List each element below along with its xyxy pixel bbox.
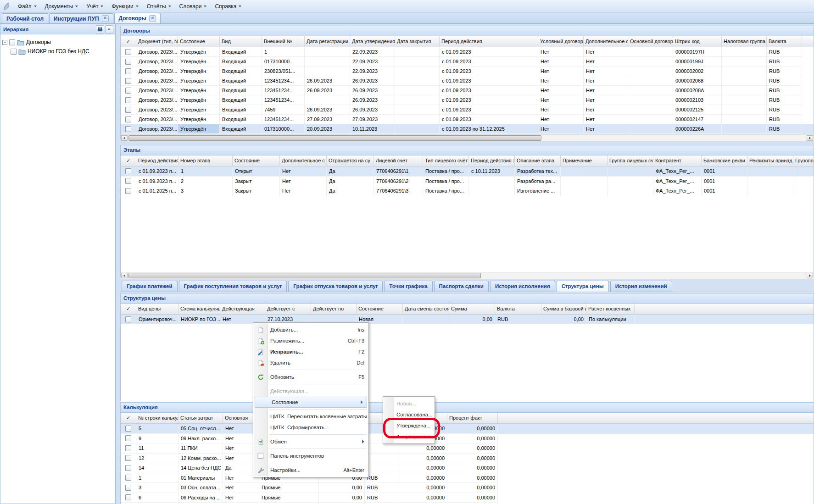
row-checkbox[interactable] [125, 178, 131, 184]
menu-item[interactable]: Состояние [255, 397, 367, 408]
column-header[interactable]: Расчёт косвенных [586, 304, 635, 314]
row-checkbox[interactable] [125, 168, 131, 174]
scroll-left-button[interactable] [121, 135, 128, 141]
scroll-right-button[interactable] [807, 135, 813, 141]
table-row[interactable]: Договор, 2023/...УтверждёнВходящий123451… [121, 95, 814, 105]
menu-item[interactable]: Настройки...Alt+Enter [254, 465, 368, 476]
row-checkbox[interactable] [125, 426, 131, 432]
detail-tab[interactable]: Паспорта сделки [434, 281, 489, 292]
menu-item[interactable]: УдалитьDel [254, 357, 368, 368]
scrollbar-thumb[interactable] [128, 273, 481, 278]
column-header[interactable]: Период действия.. [136, 155, 178, 166]
row-checkbox[interactable] [125, 88, 131, 94]
menubar-item[interactable]: Словари [175, 2, 211, 11]
menubar-item[interactable]: Функции [107, 2, 142, 11]
column-header[interactable]: Номер этапа [178, 155, 233, 166]
column-header[interactable]: № строки калькул [136, 413, 178, 423]
menubar-item[interactable]: Документы [41, 2, 83, 11]
table-row[interactable]: Договор, 2023/...УтверждёнВходящий017310… [121, 124, 814, 134]
tree-node-checkbox[interactable] [11, 49, 17, 55]
table-row[interactable]: 1414 Цена без НДСДа0,000000,00000 [121, 463, 814, 473]
menu-item[interactable]: Панель инструментов [254, 450, 368, 461]
menu-item[interactable]: Исправить...F2 [254, 346, 368, 357]
menubar-item[interactable]: Учёт [82, 2, 107, 11]
table-row[interactable]: с 01.09.2023 п...2ЗакрытНетДа7706406291\… [121, 177, 814, 187]
table-row[interactable]: 101 МатериалыНетПрямые0,00RUB0,000000,00… [121, 473, 814, 483]
column-header[interactable]: Группа лицевых сч [608, 155, 653, 166]
column-header[interactable]: Дополнительное с [584, 36, 628, 47]
table-row[interactable]: Договор, 2023/...УтверждёнВходящий122.09… [121, 47, 814, 57]
row-checkbox[interactable] [125, 97, 131, 103]
panel-splitter[interactable] [116, 24, 120, 504]
menu-item[interactable]: ЦИТК. Сформировать... [254, 422, 368, 433]
column-header[interactable]: Период действия з [469, 155, 515, 166]
table-row[interactable]: Договор, 2023/...УтверждёнВходящий745926… [121, 105, 814, 115]
row-checkbox[interactable] [125, 116, 131, 122]
collapse-panel-button[interactable]: « [105, 25, 113, 33]
table-row[interactable]: Ориентировоч...НИОКР по ГОЗ ...Нет27.10.… [121, 315, 814, 324]
main-tab[interactable]: Рабочий стол [2, 13, 48, 23]
column-header[interactable]: Лицевой счёт [374, 155, 423, 166]
column-header[interactable]: Примечание [561, 155, 608, 166]
scroll-right-button[interactable] [807, 273, 813, 278]
detail-tab[interactable]: Точки графика [384, 281, 432, 292]
table-row[interactable]: Договор, 2023/...УтверждёнВходящий123451… [121, 86, 814, 95]
column-header[interactable]: Условный договор [538, 36, 584, 47]
select-all-column-header[interactable]: ✓ [121, 304, 136, 314]
column-header[interactable]: Контрагент [653, 155, 702, 166]
column-header[interactable]: Сумма в базовой в [541, 304, 586, 314]
table-row[interactable]: 303 Осн. оплата...НетПрямые0,00RUB0,0000… [121, 483, 814, 493]
column-header[interactable]: Состояние [233, 155, 280, 166]
column-header[interactable]: Вид цены [136, 304, 178, 314]
row-checkbox[interactable] [125, 485, 131, 491]
column-header[interactable]: Банковские рекви [702, 155, 747, 166]
column-header[interactable]: Действует с [265, 304, 311, 314]
column-header[interactable]: Процент факт [447, 413, 498, 423]
column-header[interactable]: Грузополучатель [793, 155, 814, 166]
column-header[interactable]: Внешний № [262, 36, 305, 47]
column-header[interactable]: Дата утверждения [350, 36, 395, 47]
column-header[interactable]: Дата закрытия [395, 36, 440, 47]
detail-tab[interactable]: История изменений [610, 281, 672, 292]
scroll-left-button[interactable] [121, 273, 128, 278]
column-header[interactable]: Дата регистрации. [305, 36, 350, 47]
row-checkbox[interactable] [125, 59, 131, 65]
column-header[interactable]: Действующая [220, 304, 265, 314]
column-header[interactable]: Действует по [311, 304, 357, 314]
table-row[interactable]: 505 Соц. отчисл...Нет0,000000,00000 [121, 424, 814, 434]
menu-item[interactable]: Действующая... [254, 386, 368, 397]
menubar-item[interactable]: Файл [14, 2, 41, 11]
table-row[interactable]: с 01.09.2023 п...1ОткрытНетДа7706406291\… [121, 166, 814, 177]
menu-item[interactable]: Добавить...Ins [254, 324, 368, 335]
table-row[interactable]: с 01.01.2025 п...3ЗакрытНетДа7706406291\… [121, 186, 814, 196]
main-tab[interactable]: Договоры✕ [114, 13, 161, 23]
column-header[interactable]: Дата смены состоя [403, 304, 449, 314]
menubar-item[interactable]: Отчёты [143, 2, 175, 11]
stages-hscrollbar[interactable] [121, 272, 814, 279]
column-header[interactable]: Состояние [178, 36, 220, 47]
table-row[interactable]: Договор, 2023/...УтверждёнВходящий123451… [121, 115, 814, 124]
table-row[interactable]: 606 Расходы на ...НетПрямые0,00RUB0,0000… [121, 493, 814, 503]
detail-tab[interactable]: Структура цены [557, 281, 609, 292]
table-row[interactable]: Договор, 2023/...УтверждёнВходящий230823… [121, 66, 814, 76]
tab-close-icon[interactable]: ✕ [149, 15, 156, 22]
detail-tab[interactable]: История исполнения [490, 281, 555, 292]
menu-item[interactable]: ОбновитьF5 [254, 371, 368, 382]
table-row[interactable]: 1111 ПКИНет0,000000,00000 [121, 443, 814, 454]
row-checkbox[interactable] [125, 78, 131, 84]
select-all-column-header[interactable]: ✓ [121, 155, 136, 166]
row-checkbox[interactable] [125, 475, 131, 481]
column-header[interactable]: Вид [220, 36, 262, 47]
row-checkbox[interactable] [125, 126, 131, 132]
column-header[interactable]: Штрих-код [673, 36, 722, 47]
menu-item[interactable]: ЦИТК. Пересчитать косвенные затраты... [254, 411, 368, 422]
select-all-column-header[interactable]: ✓ [121, 36, 136, 47]
tree-expander-icon[interactable]: − [2, 40, 7, 45]
tree-node[interactable]: −Договоры [2, 38, 113, 47]
column-header[interactable]: Дополнительное с [280, 155, 327, 166]
contracts-hscrollbar[interactable] [121, 134, 814, 141]
column-header[interactable]: Реквизиты принад [747, 155, 793, 166]
row-checkbox[interactable] [125, 435, 131, 441]
column-header[interactable]: Статья затрат [178, 413, 223, 423]
tree-node-checkbox[interactable] [9, 39, 15, 45]
